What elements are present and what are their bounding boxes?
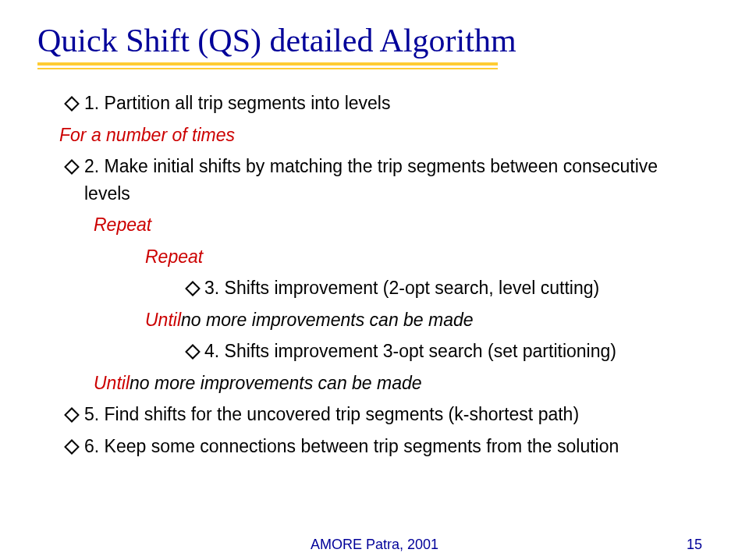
until-line-2: Until no more improvements can be made <box>94 370 712 397</box>
until-line-1: Until no more improvements can be made <box>145 307 712 334</box>
repeat-2-text: Repeat <box>145 243 203 271</box>
slide-title: Quick Shift (QS) detailed Algorithm <box>37 22 712 59</box>
diamond-bullet-icon <box>181 275 204 302</box>
diamond-bullet-icon <box>59 401 84 428</box>
for-line-text: For a number of times <box>59 122 235 149</box>
diamond-bullet-icon <box>181 338 204 365</box>
item-6-text: 6. Keep some connections between trip se… <box>84 433 619 460</box>
until-1-rest: no more improvements can be made <box>181 307 474 334</box>
repeat-line-2: Repeat <box>145 243 712 271</box>
item-2-text: 2. Make initial shifts by matching the t… <box>84 153 677 207</box>
until-2-prefix: Until <box>94 370 130 397</box>
item-4-text: 4. Shifts improvement 3-opt search (set … <box>204 338 616 365</box>
bullet-item-1: 1. Partition all trip segments into leve… <box>59 90 712 117</box>
item-5-text: 5. Find shifts for the uncovered trip se… <box>84 401 579 428</box>
diamond-bullet-icon <box>59 153 84 180</box>
item-3-text: 3. Shifts improvement (2-opt search, lev… <box>204 275 599 302</box>
slide: Quick Shift (QS) detailed Algorithm 1. P… <box>0 0 749 560</box>
until-2-rest: no more improvements can be made <box>130 370 422 397</box>
footer-page-number: 15 <box>687 537 702 553</box>
until-1-prefix: Until <box>145 307 181 334</box>
for-line: For a number of times <box>59 122 712 149</box>
bullet-item-5: 5. Find shifts for the uncovered trip se… <box>59 401 712 428</box>
item-1-text: 1. Partition all trip segments into leve… <box>84 90 390 117</box>
footer-center: AMORE Patra, 2001 <box>0 537 749 553</box>
title-underline <box>37 62 498 69</box>
bullet-item-2: 2. Make initial shifts by matching the t… <box>59 153 712 207</box>
repeat-line-1: Repeat <box>94 211 712 239</box>
bullet-item-6: 6. Keep some connections between trip se… <box>59 433 712 460</box>
diamond-bullet-icon <box>59 433 84 460</box>
bullet-item-4: 4. Shifts improvement 3-opt search (set … <box>181 338 712 365</box>
diamond-bullet-icon <box>59 90 84 117</box>
repeat-1-text: Repeat <box>94 211 151 239</box>
slide-body: 1. Partition all trip segments into leve… <box>37 90 712 459</box>
bullet-item-3: 3. Shifts improvement (2-opt search, lev… <box>181 275 712 302</box>
